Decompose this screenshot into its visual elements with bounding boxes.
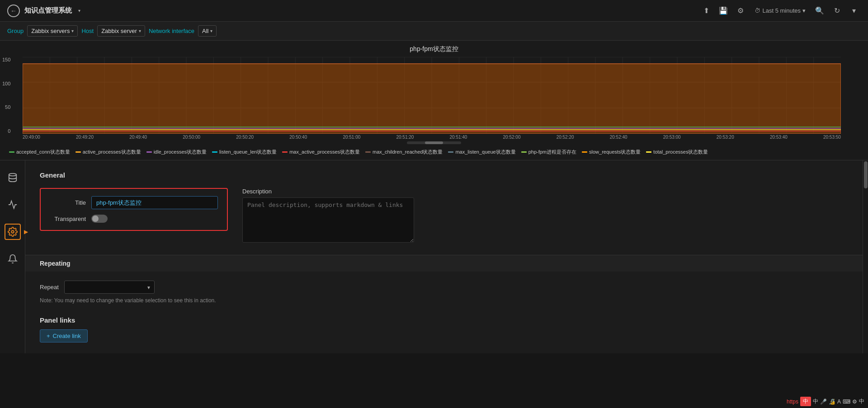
- legend-color: [646, 151, 651, 153]
- zabbix-server-value: Zabbix server: [101, 28, 137, 34]
- clock-icon: ⏱: [755, 7, 760, 14]
- network-filter-label[interactable]: Network interface: [149, 28, 194, 34]
- share-icon: ⬆: [703, 6, 709, 15]
- all-value: All: [202, 28, 208, 34]
- form-left: Title Transparent: [40, 188, 228, 231]
- settings-button[interactable]: ⚙: [734, 4, 747, 18]
- y-axis-labels: 150 100 50 0: [2, 57, 10, 134]
- description-form-right: Description: [242, 188, 848, 244]
- repeat-select[interactable]: [64, 281, 155, 294]
- host-filter-label[interactable]: Host: [81, 28, 94, 34]
- title-input[interactable]: [91, 196, 218, 209]
- legend-color: [582, 151, 587, 153]
- refresh-more-button[interactable]: ▾: [847, 4, 861, 18]
- general-form-row: Title Transparent Description: [40, 188, 848, 244]
- legend-color: [365, 151, 371, 153]
- settings-icon: ⚙: [737, 6, 744, 15]
- transparent-field-row: Transparent: [50, 215, 218, 223]
- time-dropdown-icon: ▾: [802, 7, 806, 14]
- sidebar-icon-gear[interactable]: [5, 224, 21, 240]
- group-filter-label[interactable]: Group: [7, 28, 24, 34]
- general-box: Title Transparent: [40, 188, 228, 231]
- general-section-title: General: [40, 171, 848, 179]
- chevron-down-icon: ▾: [852, 6, 856, 15]
- chart-legend: accepted_conn状态数量 active_processes状态数量 i…: [0, 146, 868, 160]
- zabbix-server-dropdown[interactable]: Zabbix server ▾: [97, 25, 145, 37]
- topbar-right: ⬆ 💾 ⚙ ⏱ Last 5 minutes ▾ 🔍 ↻ ▾: [699, 4, 861, 18]
- legend-item: idle_processes状态数量: [146, 149, 207, 155]
- app-title-dropdown-icon[interactable]: ▾: [78, 8, 80, 13]
- create-link-button[interactable]: + Create link: [40, 329, 88, 342]
- panel-links-title: Panel links: [40, 316, 848, 324]
- legend-item: max_active_processes状态数量: [282, 149, 360, 155]
- all-dropdown[interactable]: All ▾: [198, 25, 217, 37]
- svg-point-39: [9, 174, 16, 176]
- repeating-section-divider: Repeating: [25, 255, 863, 272]
- right-scrollbar[interactable]: [863, 160, 868, 353]
- chart-svg: [23, 57, 841, 134]
- description-label: Description: [242, 188, 848, 195]
- legend-item: active_processes状态数量: [75, 149, 141, 155]
- legend-item: accepted_conn状态数量: [9, 149, 70, 155]
- legend-item: slow_requests状态数量: [582, 149, 641, 155]
- save-icon: 💾: [719, 6, 728, 15]
- time-range-label: Last 5 minutes: [762, 7, 801, 14]
- time-range-button[interactable]: ⏱ Last 5 minutes ▾: [751, 5, 809, 16]
- all-dropdown-icon: ▾: [210, 28, 212, 33]
- legend-color: [75, 151, 81, 153]
- plus-icon: +: [47, 333, 50, 339]
- title-label: Title: [50, 199, 86, 206]
- sidebar-icon-chart[interactable]: [5, 197, 21, 213]
- search-button[interactable]: 🔍: [813, 4, 826, 18]
- repeat-label: Repeat: [40, 284, 59, 291]
- repeating-row: Repeat: [40, 281, 848, 294]
- sidebar: [0, 160, 25, 353]
- repeating-title: Repeating: [40, 260, 71, 267]
- x-axis-labels: 20:49:00 20:49:20 20:49:40 20:50:00 20:5…: [23, 134, 841, 141]
- content-panel: General Title Transparent Description: [25, 160, 863, 353]
- legend-color: [146, 151, 152, 153]
- refresh-icon: ↻: [834, 6, 840, 15]
- legend-item: listen_queue_len状态数量: [212, 149, 277, 155]
- refresh-button[interactable]: ↻: [830, 4, 844, 18]
- back-button[interactable]: ←: [7, 5, 20, 17]
- zabbix-server-dropdown-icon: ▾: [139, 28, 141, 33]
- main-layout: General Title Transparent Description: [0, 160, 868, 353]
- repeat-note: Note: You may need to change the variabl…: [40, 297, 848, 304]
- save-button[interactable]: 💾: [717, 4, 730, 18]
- legend-item: max_children_reached状态数量: [365, 149, 443, 155]
- legend-color: [448, 151, 453, 153]
- legend-item: max_listen_queue状态数量: [448, 149, 515, 155]
- zabbix-servers-value: Zabbix servers: [31, 28, 70, 34]
- legend-color: [9, 151, 14, 153]
- legend-item: php-fpm进程是否存在: [521, 149, 576, 155]
- svg-marker-34: [23, 64, 841, 134]
- topbar: ← 知识点管理系统 ▾ ⬆ 💾 ⚙ ⏱ Last 5 minutes ▾ 🔍 ↻…: [0, 0, 868, 22]
- legend-color: [521, 151, 527, 153]
- back-icon: ←: [10, 7, 17, 14]
- chart-container: php-fpm状态监控 150 100 50 0: [0, 41, 868, 160]
- scrollbar-thumb[interactable]: [864, 161, 868, 188]
- legend-color: [282, 151, 288, 153]
- transparent-label: Transparent: [50, 216, 86, 222]
- title-field-row: Title: [50, 196, 218, 209]
- legend-color: [212, 151, 217, 153]
- zabbix-servers-dropdown-icon: ▾: [71, 28, 74, 33]
- topbar-left: ← 知识点管理系统 ▾: [7, 5, 80, 17]
- sidebar-icon-database[interactable]: [5, 169, 21, 186]
- repeat-select-wrapper: [64, 281, 155, 294]
- search-icon: 🔍: [815, 6, 824, 15]
- svg-point-40: [11, 230, 14, 233]
- create-link-label: Create link: [53, 333, 81, 339]
- chart-title: php-fpm状态监控: [0, 45, 868, 53]
- transparent-toggle[interactable]: [91, 215, 108, 223]
- sidebar-icon-bell[interactable]: [5, 251, 21, 267]
- legend-item: total_processes状态数量: [646, 149, 708, 155]
- app-title: 知识点管理系统: [24, 6, 72, 15]
- filterbar: Group Zabbix servers ▾ Host Zabbix serve…: [0, 22, 868, 41]
- description-textarea[interactable]: [242, 197, 414, 243]
- zabbix-servers-dropdown[interactable]: Zabbix servers ▾: [27, 25, 78, 37]
- share-button[interactable]: ⬆: [699, 4, 713, 18]
